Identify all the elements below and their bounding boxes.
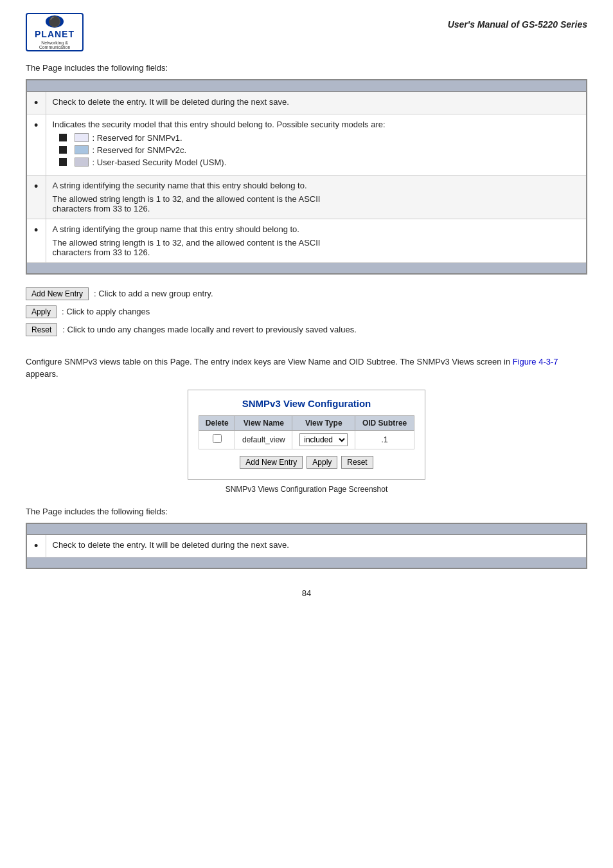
col-delete: Delete bbox=[199, 415, 235, 430]
delete-checkbox[interactable] bbox=[213, 434, 222, 443]
bullet-icon: • bbox=[34, 539, 38, 552]
config-add-new-entry-button[interactable]: Add New Entry bbox=[240, 456, 303, 469]
security-model-list: : Reserved for SNMPv1. : Reserved for SN… bbox=[53, 133, 580, 167]
section1-intro: The Page includes the following fields: bbox=[26, 63, 587, 73]
bottom-row1-text: Check to delete the entry. It will be de… bbox=[53, 540, 289, 550]
bullet-cell: • bbox=[26, 535, 46, 557]
bottom-row1-content: Check to delete the entry. It will be de… bbox=[46, 535, 587, 557]
reset-desc: : Click to undo any changes made locally… bbox=[62, 325, 356, 334]
add-new-entry-button[interactable]: Add New Entry bbox=[26, 287, 89, 300]
section2-intro: The Page includes the following fields: bbox=[26, 507, 587, 516]
list-item: : Reserved for SNMPv1. bbox=[59, 133, 580, 143]
manual-title: User's Manual of GS-5220 Series bbox=[448, 13, 587, 30]
row1-text: Check to delete the entry. It will be de… bbox=[53, 97, 289, 107]
row4-content: A string identifying the group name that… bbox=[46, 219, 587, 262]
oid-subtree-value: .1 bbox=[382, 435, 388, 444]
reset-button[interactable]: Reset bbox=[26, 323, 57, 336]
fields-table-1: • Check to delete the entry. It will be … bbox=[26, 79, 587, 275]
col-view-name: View Name bbox=[235, 415, 292, 430]
table-row: • Check to delete the entry. It will be … bbox=[26, 91, 587, 114]
logo-area: ⚫ PLANET Networking & Communication bbox=[26, 13, 84, 51]
delete-cell bbox=[199, 430, 235, 449]
page-number: 84 bbox=[26, 588, 587, 598]
view-name-cell: default_view bbox=[235, 430, 292, 449]
bullet-cell: • bbox=[26, 175, 46, 219]
bullet-cell: • bbox=[26, 114, 46, 175]
logo-box: ⚫ PLANET Networking & Communication bbox=[26, 13, 84, 51]
view-type-select[interactable]: included excluded bbox=[299, 433, 348, 446]
config-caption: SNMPv3 Views Configuration Page Screensh… bbox=[26, 485, 587, 494]
table-row: • A string identifying the group name th… bbox=[26, 219, 587, 262]
row4-line1: A string identifying the group name that… bbox=[53, 224, 580, 234]
col-oid-subtree: OID Subtree bbox=[355, 415, 414, 430]
config-reset-button[interactable]: Reset bbox=[341, 456, 373, 469]
bullet-cell: • bbox=[26, 91, 46, 114]
bullet-square-icon bbox=[59, 146, 67, 154]
config-intro-part2: appears. bbox=[26, 369, 58, 379]
snmpv1-label: : Reserved for SNMPv1. bbox=[93, 133, 182, 143]
figure-link[interactable]: Figure 4-3-7 bbox=[513, 357, 558, 366]
snmpv3-section: Configure SNMPv3 views table on this Pag… bbox=[26, 356, 587, 494]
add-new-entry-row: Add New Entry : Click to add a new group… bbox=[26, 287, 587, 300]
color-swatch-usm bbox=[75, 158, 89, 167]
usm-label: : User-based Security Model (USM). bbox=[93, 158, 227, 167]
list-item: : Reserved for SNMPv2c. bbox=[59, 145, 580, 155]
row2-content: Indicates the security model that this e… bbox=[46, 114, 587, 175]
config-intro-part1: Configure SNMPv3 views table on this Pag… bbox=[26, 357, 513, 366]
row4-line3: characters from 33 to 126. bbox=[53, 248, 580, 257]
buttons-section: Add New Entry : Click to add a new group… bbox=[26, 287, 587, 336]
row1-content: Check to delete the entry. It will be de… bbox=[46, 91, 587, 114]
table-row: • Check to delete the entry. It will be … bbox=[26, 535, 587, 557]
table-row: • A string identifying the security name… bbox=[26, 175, 587, 219]
page-header: ⚫ PLANET Networking & Communication User… bbox=[26, 13, 587, 51]
snmpv2c-label: : Reserved for SNMPv2c. bbox=[93, 145, 187, 155]
config-data-row: default_view included excluded .1 bbox=[199, 430, 414, 449]
config-btn-row: Add New Entry Apply Reset bbox=[199, 456, 414, 469]
apply-row: Apply : Click to apply changes bbox=[26, 305, 587, 318]
reset-row: Reset : Click to undo any changes made l… bbox=[26, 323, 587, 336]
list-item: : User-based Security Model (USM). bbox=[59, 158, 580, 167]
snmpv3-config-box: SNMPv3 View Configuration Delete View Na… bbox=[188, 390, 425, 480]
bullet-icon: • bbox=[34, 96, 38, 109]
config-intro-text: Configure SNMPv3 views table on this Pag… bbox=[26, 356, 587, 381]
view-name-value: default_view bbox=[242, 435, 285, 444]
col-view-type: View Type bbox=[292, 415, 355, 430]
bullet-icon: • bbox=[34, 180, 38, 193]
view-type-cell: included excluded bbox=[292, 430, 355, 449]
fields-table-2: • Check to delete the entry. It will be … bbox=[26, 523, 587, 570]
apply-button[interactable]: Apply bbox=[26, 305, 57, 318]
apply-desc: : Click to apply changes bbox=[62, 307, 150, 316]
config-table-header-row: Delete View Name View Type OID Subtree bbox=[199, 415, 414, 430]
color-swatch-snmpv2c bbox=[75, 145, 89, 154]
bullet-cell: • bbox=[26, 219, 46, 262]
add-new-entry-desc: : Click to add a new group entry. bbox=[94, 289, 213, 298]
row3-line3: characters from 33 to 126. bbox=[53, 204, 580, 213]
color-swatch-snmpv1 bbox=[75, 133, 89, 142]
bullet-icon: • bbox=[34, 224, 38, 237]
logo-globe-icon: ⚫ bbox=[46, 15, 64, 28]
table-row: • Indicates the security model that this… bbox=[26, 114, 587, 175]
logo-text: PLANET bbox=[35, 29, 75, 39]
config-box-title: SNMPv3 View Configuration bbox=[199, 398, 414, 409]
oid-subtree-cell: .1 bbox=[355, 430, 414, 449]
bullet-square-icon bbox=[59, 158, 67, 166]
snmpv3-inner-table: Delete View Name View Type OID Subtree d… bbox=[199, 415, 414, 449]
config-apply-button[interactable]: Apply bbox=[306, 456, 337, 469]
bullet-icon: • bbox=[34, 119, 38, 132]
row3-line1: A string identifying the security name t… bbox=[53, 181, 580, 190]
bullet-square-icon bbox=[59, 134, 67, 141]
row2-text-line1: Indicates the security model that this e… bbox=[53, 120, 580, 129]
row3-content: A string identifying the security name t… bbox=[46, 175, 587, 219]
row4-line2: The allowed string length is 1 to 32, an… bbox=[53, 238, 580, 248]
logo-subtitle: Networking & Communication bbox=[30, 41, 80, 50]
row3-line2: The allowed string length is 1 to 32, an… bbox=[53, 194, 580, 204]
